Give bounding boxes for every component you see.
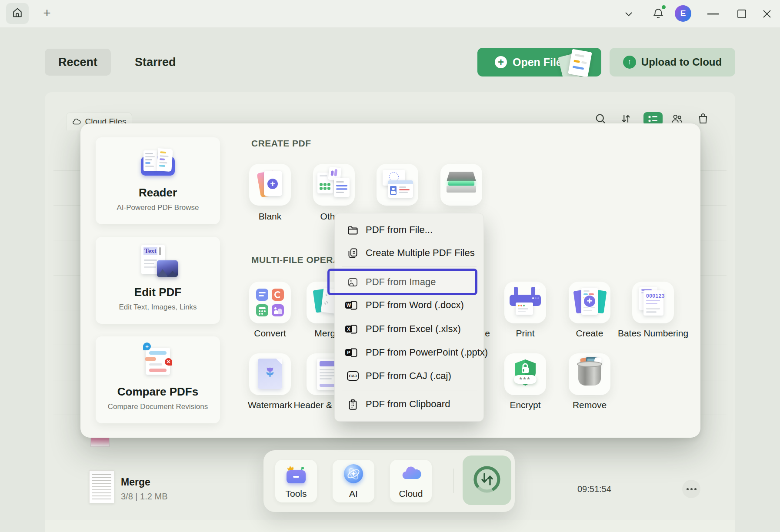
- convert-label: Convert: [254, 328, 286, 339]
- folder-icon: [347, 224, 359, 236]
- reader-card[interactable]: Reader AI-Powered PDF Browse: [96, 137, 220, 224]
- reader-subtitle: AI-Powered PDF Browse: [117, 203, 199, 212]
- open-file-button[interactable]: + Open File: [477, 48, 601, 76]
- plus-circle-icon: +: [495, 56, 507, 68]
- dock-cloud-button[interactable]: Cloud: [390, 460, 432, 502]
- dock-ai-button[interactable]: AI: [333, 460, 374, 502]
- avatar[interactable]: E: [675, 5, 691, 22]
- file-name[interactable]: Merge: [121, 476, 150, 488]
- menu-item-pdf-from-excel[interactable]: X PDF from Excel (.xlsx): [341, 319, 477, 339]
- edit-pdf-card[interactable]: Text Edit PDF Edit Text, Images, Links: [96, 237, 220, 324]
- encrypt-tile[interactable]: ***: [504, 353, 546, 395]
- powerpoint-icon: P: [347, 347, 359, 359]
- convert-tile[interactable]: [249, 282, 291, 323]
- bag-icon[interactable]: [697, 112, 710, 125]
- notification-dot: [662, 5, 666, 9]
- upload-to-cloud-button[interactable]: ↑ Upload to Cloud: [610, 48, 735, 76]
- convert-icon: [256, 289, 268, 301]
- cloud-icon: [72, 117, 81, 126]
- maximize-button[interactable]: [737, 9, 747, 19]
- print-label: Print: [516, 328, 534, 339]
- dock-cloud-label: Cloud: [399, 489, 423, 499]
- compare-pdfs-subtitle: Compare Document Revisions: [108, 402, 208, 411]
- watermark-tile[interactable]: [249, 353, 291, 395]
- minimize-button[interactable]: [707, 12, 719, 16]
- file-meta: 3/8 | 1.2 MB: [121, 492, 167, 502]
- word-icon: W: [347, 299, 359, 311]
- tools-icon: [286, 465, 307, 484]
- create-blank-tile[interactable]: +: [249, 164, 291, 206]
- create-pdf-context-menu: PDF from File... Create Multiple PDF Fil…: [334, 213, 484, 422]
- new-tab-button[interactable]: +: [40, 6, 54, 20]
- edit-pdf-icon: Text: [138, 245, 178, 278]
- image-icon: [347, 276, 359, 288]
- create-multi-tile[interactable]: +: [569, 282, 610, 323]
- dock-tools-label: Tools: [285, 489, 307, 499]
- chevron-down-icon[interactable]: [623, 9, 635, 19]
- menu-separator: [342, 390, 477, 390]
- tab-recent[interactable]: Recent: [45, 49, 111, 76]
- clipboard-icon: [347, 399, 359, 410]
- menu-item-pdf-from-powerpoint[interactable]: P PDF from PowerPoint (.pptx): [341, 342, 477, 362]
- print-tile[interactable]: [504, 282, 546, 323]
- tab-starred[interactable]: Starred: [130, 49, 181, 76]
- dock-cloud-icon: [400, 465, 422, 482]
- menu-item-pdf-from-clipboard[interactable]: PDF from Clipboard: [341, 394, 477, 414]
- open-file-label: Open File: [513, 56, 562, 69]
- file-more-button[interactable]: [682, 480, 700, 498]
- upload-label: Upload to Cloud: [641, 56, 722, 68]
- papers-illustration: [559, 49, 598, 76]
- app-window: { "titlebar": { "avatar_letter": "E" }, …: [0, 0, 780, 532]
- file-time: 09:51:54: [577, 484, 611, 494]
- remove-tile[interactable]: [569, 353, 610, 395]
- home-icon: [11, 7, 23, 20]
- create-others-tile[interactable]: [313, 164, 355, 206]
- caj-icon: CAJ: [347, 370, 359, 382]
- menu-item-create-multiple[interactable]: Create Multiple PDF Files: [341, 243, 477, 263]
- remove-label: Remove: [573, 400, 607, 410]
- create-id-tile[interactable]: [377, 164, 418, 206]
- bates-numbering-tile[interactable]: 000123: [632, 282, 674, 323]
- compare-pdfs-title: Compare PDFs: [117, 385, 198, 399]
- scanner-icon: [447, 172, 476, 181]
- watermark-label: Watermark: [248, 400, 292, 410]
- menu-item-pdf-from-image[interactable]: PDF from Image: [341, 272, 477, 292]
- list-bottom-strip: [45, 520, 735, 532]
- watermark-icon: [258, 359, 282, 389]
- menu-item-pdf-from-word[interactable]: W PDF from Word (.docx): [341, 295, 477, 315]
- create-pdf-heading: CREATE PDF: [251, 138, 311, 149]
- reader-book-icon: [139, 147, 177, 177]
- notification-bell-icon[interactable]: [651, 6, 665, 21]
- partial-label: e: [485, 328, 490, 339]
- create-scan-tile[interactable]: [440, 164, 482, 206]
- bates-label: Bates Numbering: [618, 328, 688, 339]
- dock-ai-label: AI: [349, 489, 358, 499]
- excel-icon: X: [347, 323, 359, 335]
- upload-arrow-icon: ↑: [623, 56, 636, 69]
- sync-progress-icon: [472, 464, 502, 496]
- dock-divider: [453, 469, 454, 493]
- edit-pdf-subtitle: Edit Text, Images, Links: [119, 303, 197, 312]
- menu-item-pdf-from-caj[interactable]: CAJ PDF from CAJ (.caj): [341, 366, 477, 386]
- home-tab-button[interactable]: [6, 3, 29, 24]
- multi-doc-icon: [347, 247, 359, 259]
- menu-item-pdf-from-file[interactable]: PDF from File...: [341, 220, 477, 240]
- compare-pdfs-icon: + ✕: [140, 343, 175, 377]
- dock-sync-button[interactable]: [463, 456, 511, 505]
- dock-tools-button[interactable]: Tools: [275, 460, 317, 502]
- file-thumbnail[interactable]: [89, 470, 114, 503]
- ai-icon: [344, 464, 363, 483]
- create-label: Create: [576, 328, 603, 339]
- menu-separator: [342, 266, 477, 266]
- blank-label: Blank: [259, 211, 282, 222]
- close-button[interactable]: [762, 9, 772, 19]
- encrypt-label: Encrypt: [510, 400, 540, 410]
- compare-pdfs-card[interactable]: + ✕ Compare PDFs Compare Document Revisi…: [96, 336, 220, 423]
- reader-title: Reader: [139, 186, 177, 200]
- edit-pdf-title: Edit PDF: [134, 286, 181, 299]
